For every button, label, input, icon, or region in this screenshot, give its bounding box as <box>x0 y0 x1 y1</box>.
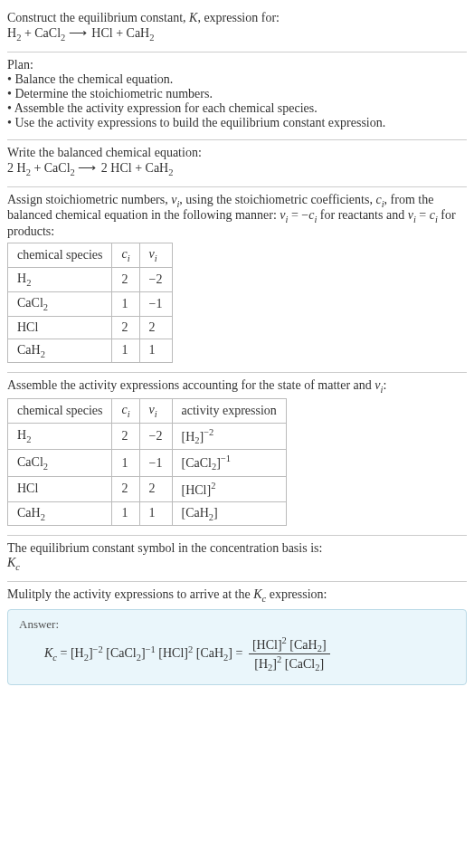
cell-vi: 1 <box>139 339 172 363</box>
cell-vi: −1 <box>139 291 172 316</box>
table-row: H2 2 −2 <box>8 267 173 291</box>
fraction-denominator: [H2]2 [CaCl2] <box>249 654 330 672</box>
table-row: CaCl2 1 −1 [CaCl2]−1 <box>8 450 287 476</box>
cell-ci: 2 <box>112 316 139 339</box>
section-intro: Construct the equilibrium constant, K, e… <box>7 5 467 52</box>
balanced-equation: 2 H2 + CaCl2 ⟶ 2 HCl + CaH2 <box>7 160 467 177</box>
stoich-text: Assign stoichiometric numbers, νi, using… <box>7 193 467 240</box>
balanced-text: Write the balanced chemical equation: <box>7 146 467 160</box>
cell-vi: −2 <box>139 267 172 291</box>
cell-species: CaH2 <box>8 339 112 363</box>
table-row: HCl 2 2 <box>8 316 173 339</box>
cell-species: CaCl2 <box>8 450 112 476</box>
intro-text: Construct the equilibrium constant, K, e… <box>7 11 467 25</box>
cell-vi: 2 <box>139 316 172 339</box>
table-header-row: chemical species ci νi <box>8 243 173 268</box>
cell-ci: 1 <box>112 339 139 363</box>
cell-activity: [H2]−2 <box>172 423 286 449</box>
answer-label: Answer: <box>19 617 455 632</box>
cell-species: HCl <box>8 476 112 501</box>
col-ci: ci <box>112 243 139 268</box>
cell-species: CaCl2 <box>8 291 112 316</box>
cell-species: CaH2 <box>8 501 112 526</box>
cell-activity: [CaCl2]−1 <box>172 450 286 476</box>
cell-ci: 1 <box>112 450 139 476</box>
table-row: CaH2 1 1 <box>8 339 173 363</box>
answer-expression: Kc = [H2]−2 [CaCl2]−1 [HCl]2 [CaH2] = [H… <box>44 635 455 673</box>
cell-activity: [HCl]2 <box>172 476 286 501</box>
cell-ci: 1 <box>112 501 139 526</box>
cell-ci: 1 <box>112 291 139 316</box>
table-row: H2 2 −2 [H2]−2 <box>8 423 287 449</box>
activity-table: chemical species ci νi activity expressi… <box>7 398 287 526</box>
section-multiply: Mulitply the activity expressions to arr… <box>7 582 467 694</box>
col-vi: νi <box>139 399 172 424</box>
cell-species: HCl <box>8 316 112 339</box>
section-symbol: The equilibrium constant symbol in the c… <box>7 536 467 582</box>
cell-ci: 2 <box>112 267 139 291</box>
col-species: chemical species <box>8 243 112 268</box>
symbol-text: The equilibrium constant symbol in the c… <box>7 541 467 556</box>
col-ci: ci <box>112 399 139 424</box>
plan-bullet: • Determine the stoichiometric numbers. <box>7 87 467 101</box>
plan-bullet: • Use the activity expressions to build … <box>7 116 467 130</box>
plan-bullet: • Assemble the activity expression for e… <box>7 101 467 116</box>
col-activity: activity expression <box>172 399 286 424</box>
answer-box: Answer: Kc = [H2]−2 [CaCl2]−1 [HCl]2 [Ca… <box>7 609 467 685</box>
section-stoich: Assign stoichiometric numbers, νi, using… <box>7 187 467 374</box>
symbol-kc: Kc <box>7 556 467 572</box>
col-species: chemical species <box>8 399 112 424</box>
section-balanced: Write the balanced chemical equation: 2 … <box>7 140 467 187</box>
activity-text: Assemble the activity expressions accoun… <box>7 378 467 395</box>
cell-species: H2 <box>8 423 112 449</box>
cell-vi: 1 <box>139 501 172 526</box>
plan-label: Plan: <box>7 58 467 72</box>
table-header-row: chemical species ci νi activity expressi… <box>8 399 287 424</box>
fraction-numerator: [HCl]2 [CaH2] <box>249 635 330 654</box>
cell-species: H2 <box>8 267 112 291</box>
table-row: CaCl2 1 −1 <box>8 291 173 316</box>
cell-ci: 2 <box>112 476 139 501</box>
cell-vi: −1 <box>139 450 172 476</box>
multiply-text: Mulitply the activity expressions to arr… <box>7 587 467 604</box>
col-vi: νi <box>139 243 172 268</box>
cell-activity: [CaH2] <box>172 501 286 526</box>
cell-vi: −2 <box>139 423 172 449</box>
cell-vi: 2 <box>139 476 172 501</box>
section-activity: Assemble the activity expressions accoun… <box>7 373 467 536</box>
table-row: CaH2 1 1 [CaH2] <box>8 501 287 526</box>
fraction: [HCl]2 [CaH2] [H2]2 [CaCl2] <box>249 635 330 673</box>
table-row: HCl 2 2 [HCl]2 <box>8 476 287 501</box>
stoich-table: chemical species ci νi H2 2 −2 CaCl2 1 −… <box>7 243 173 363</box>
intro-equation: H2 + CaCl2 ⟶ HCl + CaH2 <box>7 25 467 43</box>
plan-bullet: • Balance the chemical equation. <box>7 72 467 87</box>
cell-ci: 2 <box>112 423 139 449</box>
section-plan: Plan: • Balance the chemical equation. •… <box>7 52 467 140</box>
